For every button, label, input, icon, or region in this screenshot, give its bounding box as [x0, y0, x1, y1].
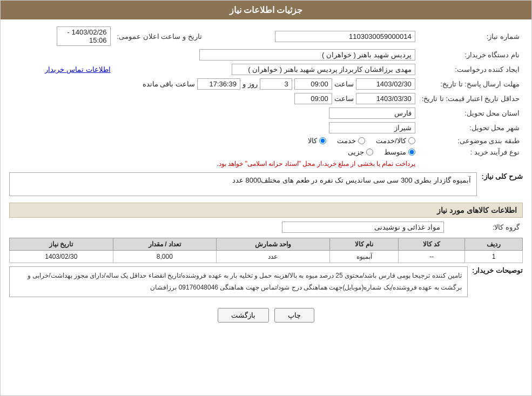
- col-tarikh: تاریخ نیاز: [10, 238, 113, 251]
- print-button[interactable]: چاپ: [274, 308, 314, 323]
- tabaqebandi-label: طبقه بندی موضوعی:: [419, 135, 523, 146]
- ostan-label: استان محل تحویل:: [419, 106, 523, 120]
- tosiyat-row: توصیحات خریدار: تامین کننده ترجیحا بومی …: [9, 266, 523, 300]
- faraind-note: پرداخت تمام یا بخشی از مبلغ خرید،از محل …: [217, 160, 415, 167]
- info-table: شماره نیاز: 1103030059000014 تاریخ و ساع…: [9, 25, 523, 169]
- sharh-label: شرح کلی نیاز:: [481, 172, 523, 180]
- cell-nam_kala: آبمیوه: [329, 251, 399, 263]
- nam-dastgah-label: نام دستگاه خریدار:: [419, 48, 523, 62]
- col-vahed: واحد شمارش: [217, 238, 330, 251]
- nam-dastgah-value: پردیس شهید باهنر ( خواهران ): [199, 49, 415, 61]
- mohlat-saat: 09:00: [294, 78, 332, 90]
- hadaghal-date: 1403/03/30: [356, 93, 415, 104]
- grooh-kala-label: گروه کالا:: [447, 220, 523, 234]
- kala-section-title: اطلاعات کالاهای مورد نیاز: [9, 203, 523, 218]
- tabaqebandi-radios: کالا/خدمت خدمت کالا: [12, 137, 415, 145]
- tosiyat-value: تامین کننده ترجیحا بومی فارس باشد/محتوی …: [28, 272, 462, 291]
- tarikh-saat-value: 1403/02/26 - 15:06: [57, 26, 111, 46]
- nooe-faraind-label: نوع فرآیند خرید :: [419, 146, 523, 158]
- cell-kod_kala: --: [399, 251, 465, 263]
- sharh-value: آبمیوه گازدار بطری 300 سی سی ساندیس تک ن…: [232, 176, 472, 184]
- radio-motavasset[interactable]: متوسط: [384, 148, 415, 156]
- radio-khedmat[interactable]: خدمت: [337, 137, 365, 145]
- sharh-box: آبمیوه گازدار بطری 300 سی سی ساندیس تک ن…: [9, 172, 477, 196]
- kala-khedmat-label: کالا/خدمت: [376, 137, 406, 145]
- mohlat-rooz-label: روز و: [243, 80, 258, 88]
- mohlat-date: 1403/02/30: [356, 78, 415, 90]
- radio-kala-khedmat[interactable]: کالا/خدمت: [376, 137, 415, 145]
- col-nam-kala: نام کالا: [329, 238, 399, 251]
- header-title: جزئیات اطلاعات نیاز: [230, 5, 303, 15]
- grooh-kala-value: مواد غذائی و نوشیدنی: [282, 222, 444, 233]
- cell-vahed_shomaresh: عدد: [217, 251, 330, 263]
- jozi-label: جزیی: [348, 148, 364, 156]
- sharh-row: شرح کلی نیاز: آبمیوه گازدار بطری 300 سی …: [9, 172, 523, 198]
- mohlat-saat-label: ساعت: [334, 80, 354, 88]
- radio-kala[interactable]: کالا: [308, 137, 326, 145]
- hadaghal-saat: 09:00: [294, 93, 332, 104]
- col-kod-kala: کد کالا: [399, 238, 465, 251]
- ijad-konande-label: ایجاد کننده درخواست:: [419, 62, 523, 77]
- kala-data-table: ردیف کد کالا نام کالا واحد شمارش تعداد /…: [9, 238, 523, 263]
- khedmat-label: خدمت: [337, 137, 356, 145]
- mohlat-rooz: 3: [260, 78, 292, 90]
- mohlat-row: 1403/02/30 ساعت 09:00 3 روز و 17:36:39 س…: [12, 78, 415, 90]
- cell-radif: 1: [465, 251, 523, 263]
- kala-label: کالا: [308, 137, 317, 145]
- ijad-konande-value: مهدی برزافشان کاربرداز پردیس شهید باهنر …: [232, 64, 415, 75]
- mohlat-ersal-label: مهلت ارسال پاسخ: تا تاریخ:: [419, 77, 523, 91]
- page-wrapper: جزئیات اطلاعات نیاز شماره نیاز: 11030300…: [0, 0, 532, 396]
- table-row: 1--آبمیوهعدد8,0001403/02/30: [10, 251, 523, 263]
- shenbare-niaz-label: شماره نیاز:: [419, 25, 523, 48]
- radio-jozi[interactable]: جزیی: [348, 148, 373, 156]
- etelaat-tamas-link[interactable]: اطلاعات تماس خریدار: [45, 65, 110, 73]
- shenbare-niaz-value: 1103030059000014: [275, 31, 415, 42]
- motavasset-label: متوسط: [384, 148, 406, 156]
- hadaghal-label: حداقل تاریخ اعتبار قیمت: تا تاریخ:: [419, 91, 523, 106]
- back-button[interactable]: بازگشت: [218, 308, 269, 323]
- hadaghal-row: 1403/03/30 ساعت 09:00: [12, 93, 415, 104]
- mohlat-baqi-label: ساعت باقی مانده: [143, 80, 195, 88]
- col-radif: ردیف: [465, 238, 523, 251]
- btn-row: چاپ بازگشت: [9, 308, 523, 323]
- mohlat-baqi: 17:36:39: [197, 78, 240, 90]
- shahr-label: شهر محل تحویل:: [419, 120, 523, 135]
- tosiyat-box: تامین کننده ترجیحا بومی فارس باشد/محتوی …: [9, 266, 468, 297]
- hadaghal-saat-label: ساعت: [334, 95, 354, 103]
- shahr-value: شیراز: [329, 122, 415, 133]
- nooe-faraind-radios: متوسط جزیی: [12, 148, 415, 156]
- page-header: جزئیات اطلاعات نیاز: [1, 1, 531, 19]
- grooh-kala-table: گروه کالا: مواد غذائی و نوشیدنی: [9, 220, 523, 234]
- ostan-value: فارس: [329, 108, 415, 119]
- cell-tarikh_niaz: 1403/02/30: [10, 251, 113, 263]
- cell-tedad_megdar: 8,000: [113, 251, 216, 263]
- tosiyat-label: توصیحات خریدار:: [472, 266, 523, 274]
- col-tedad: تعداد / مقدار: [113, 238, 216, 251]
- tarikh-saat-label: تاریخ و ساعت اعلان عمومی:: [114, 25, 205, 48]
- main-content: شماره نیاز: 1103030059000014 تاریخ و ساع…: [1, 19, 531, 333]
